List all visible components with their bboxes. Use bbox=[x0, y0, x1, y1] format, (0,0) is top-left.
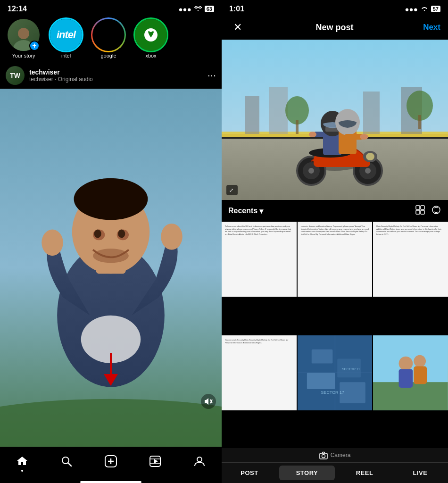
intel-label: intel bbox=[61, 53, 71, 58]
map-thumb: SECTOR 17 SECTOR 11 bbox=[298, 335, 373, 410]
svg-rect-40 bbox=[296, 120, 299, 134]
recents-icons bbox=[415, 205, 441, 217]
time-right: 1:01 bbox=[229, 5, 244, 13]
svg-text:⤢: ⤢ bbox=[229, 187, 233, 193]
camera-switch-icon[interactable] bbox=[431, 205, 441, 217]
status-bar-left: 12:14 ●●● 63 bbox=[0, 0, 222, 15]
svg-rect-35 bbox=[245, 96, 259, 134]
svg-point-53 bbox=[366, 153, 374, 160]
camera-label: Camera bbox=[331, 452, 351, 458]
doc-thumb-1: To learn more about Life360 and its busi… bbox=[222, 222, 297, 297]
svg-point-8 bbox=[74, 178, 148, 220]
post-options-btn[interactable]: ··· bbox=[207, 69, 216, 82]
camera-icon bbox=[319, 451, 328, 459]
svg-point-9 bbox=[41, 230, 63, 256]
nav-home-btn[interactable] bbox=[11, 453, 33, 470]
svg-rect-84 bbox=[399, 369, 413, 388]
nav-reels-btn[interactable] bbox=[144, 453, 166, 470]
svg-point-10 bbox=[161, 224, 183, 250]
svg-rect-36 bbox=[269, 87, 288, 134]
new-post-header: ✕ New post Next bbox=[222, 15, 448, 40]
svg-rect-42 bbox=[418, 115, 421, 129]
svg-rect-37 bbox=[363, 92, 380, 134]
battery-icon-right: 57 bbox=[431, 6, 440, 12]
svg-point-59 bbox=[309, 132, 316, 137]
doc-text-4: New Jersey & Security Data Security Digi… bbox=[223, 337, 295, 346]
home-indicator bbox=[80, 481, 141, 483]
svg-point-16 bbox=[81, 316, 141, 363]
svg-rect-86 bbox=[414, 366, 427, 384]
story-avatar-intel[interactable]: intel bbox=[50, 19, 82, 51]
signal-icon: ●●● bbox=[179, 5, 191, 13]
recents-bar: Recents ▾ bbox=[222, 200, 448, 222]
svg-point-83 bbox=[399, 357, 413, 371]
feed-video-area bbox=[0, 89, 222, 447]
gallery-item-1[interactable]: To learn more about Life360 and its busi… bbox=[222, 222, 297, 297]
home-active-dot bbox=[21, 470, 23, 472]
svg-point-4 bbox=[0, 399, 222, 447]
recents-chevron: ▾ bbox=[259, 207, 263, 216]
tab-post[interactable]: POST bbox=[222, 463, 277, 483]
svg-rect-68 bbox=[421, 206, 424, 209]
doc-text-3: Data Security Digital Safety Do Not Sell… bbox=[374, 223, 447, 237]
svg-marker-27 bbox=[154, 459, 158, 464]
gallery-item-3[interactable]: Data Security Digital Safety Do Not Sell… bbox=[373, 222, 448, 297]
outdoor-thumb bbox=[373, 335, 448, 410]
next-btn[interactable]: Next bbox=[423, 23, 440, 32]
story-avatar-xbox[interactable] bbox=[135, 19, 167, 51]
left-panel: 12:14 ●●● 63 + Your story bbox=[0, 0, 222, 483]
signal-icon-right: ●●● bbox=[405, 5, 418, 13]
grid-icon[interactable] bbox=[415, 205, 425, 217]
svg-point-13 bbox=[94, 230, 101, 238]
status-icons-right: ●●● 57 bbox=[405, 5, 440, 13]
feed-background bbox=[0, 89, 222, 447]
stories-row: + Your story intel intel bbox=[0, 15, 222, 62]
svg-line-22 bbox=[68, 463, 72, 466]
close-btn[interactable]: ✕ bbox=[229, 19, 246, 36]
add-story-btn[interactable]: + bbox=[29, 41, 40, 51]
doc-thumb-2: contacts, devices and location history. … bbox=[298, 222, 373, 297]
xbox-label: xbox bbox=[145, 53, 156, 58]
svg-point-15 bbox=[93, 249, 129, 263]
doc-thumb-4: New Jersey & Security Data Security Digi… bbox=[222, 335, 297, 410]
nav-profile-btn[interactable] bbox=[188, 453, 211, 470]
post-subtitle: techwiser · Original audio bbox=[29, 76, 203, 83]
your-story-label: Your story bbox=[12, 53, 35, 58]
story-avatar-google[interactable] bbox=[92, 19, 124, 51]
svg-point-85 bbox=[414, 355, 426, 367]
svg-point-49 bbox=[365, 168, 371, 174]
story-item-google[interactable]: google bbox=[90, 19, 127, 58]
status-bar-right: 1:01 ●●● 57 bbox=[222, 0, 448, 15]
volume-icon[interactable] bbox=[201, 394, 216, 409]
recents-label[interactable]: Recents ▾ bbox=[228, 207, 263, 216]
svg-point-30 bbox=[197, 457, 202, 462]
nav-search-btn[interactable] bbox=[55, 453, 78, 470]
battery-icon: 63 bbox=[205, 6, 214, 12]
wifi-icon bbox=[194, 5, 202, 13]
svg-rect-75 bbox=[311, 350, 332, 364]
google-label: google bbox=[100, 53, 116, 58]
google-ring bbox=[91, 17, 126, 52]
doc-text-2: contacts, devices and location history. … bbox=[299, 223, 371, 237]
gallery-item-6[interactable] bbox=[373, 335, 448, 410]
tab-live[interactable]: LIVE bbox=[392, 463, 448, 483]
svg-rect-67 bbox=[416, 206, 420, 209]
gallery-item-2[interactable]: contacts, devices and location history. … bbox=[298, 222, 373, 297]
wifi-icon-right bbox=[421, 5, 428, 13]
tab-reel[interactable]: REEL bbox=[337, 463, 392, 483]
story-item-intel[interactable]: intel intel bbox=[47, 19, 85, 58]
story-item-your-story[interactable]: + Your story bbox=[5, 19, 42, 58]
status-icons-left: ●●● 63 bbox=[179, 5, 214, 13]
doc-text-1: To learn more about Life360 and its busi… bbox=[223, 223, 295, 237]
motorcycle-scene: ⤢ bbox=[222, 40, 448, 200]
gallery-item-4[interactable]: New Jersey & Security Data Security Digi… bbox=[222, 335, 297, 410]
tab-story[interactable]: STORY bbox=[279, 466, 335, 480]
nav-add-btn[interactable] bbox=[100, 453, 122, 470]
svg-point-88 bbox=[322, 455, 325, 458]
story-item-xbox[interactable]: xbox bbox=[132, 19, 170, 58]
post-avatar[interactable]: TW bbox=[6, 66, 25, 85]
svg-text:SECTOR 17: SECTOR 17 bbox=[321, 390, 344, 395]
story-avatar-your-story[interactable]: + bbox=[8, 19, 40, 51]
svg-rect-77 bbox=[307, 373, 335, 389]
gallery-item-5[interactable]: SECTOR 17 SECTOR 11 bbox=[298, 335, 373, 410]
